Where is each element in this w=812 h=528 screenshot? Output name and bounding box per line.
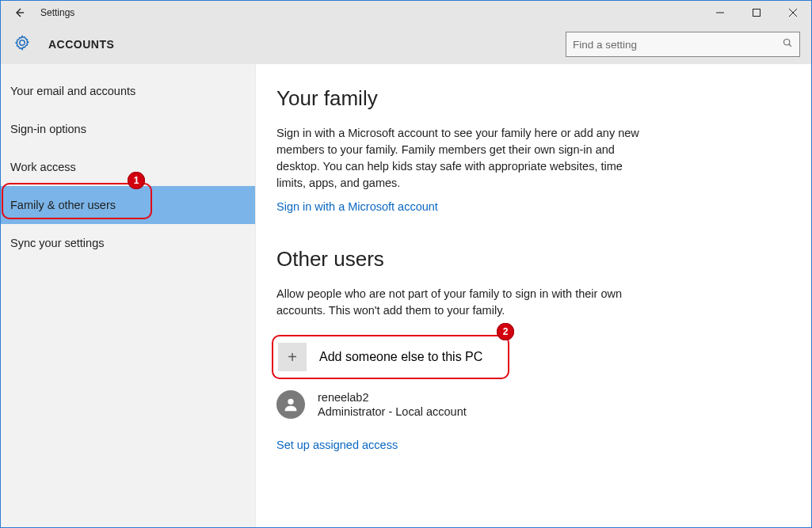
avatar xyxy=(276,390,305,419)
person-icon xyxy=(282,396,299,413)
svg-rect-0 xyxy=(753,9,761,17)
sidebar-item-signin-options[interactable]: Sign-in options xyxy=(1,110,255,148)
sidebar-item-label: Sign-in options xyxy=(10,123,86,135)
svg-point-2 xyxy=(288,399,293,405)
back-button[interactable] xyxy=(1,1,37,25)
add-someone-label: Add someone else to this PC xyxy=(319,350,482,364)
search-icon xyxy=(782,37,793,51)
user-role: Administrator - Local account xyxy=(318,405,467,419)
titlebar: Settings xyxy=(1,1,811,25)
headerbar: ACCOUNTS xyxy=(1,25,811,64)
maximize-button[interactable] xyxy=(738,1,775,25)
gear-icon xyxy=(13,34,31,55)
family-paragraph: Sign in with a Microsoft account to see … xyxy=(276,125,647,192)
sidebar: Your email and accounts Sign-in options … xyxy=(1,64,256,527)
sidebar-item-label: Your email and accounts xyxy=(10,85,135,97)
add-someone-row[interactable]: + Add someone else to this PC xyxy=(276,338,508,376)
signin-ms-account-link[interactable]: Sign in with a Microsoft account xyxy=(276,200,438,213)
minimize-icon xyxy=(716,9,724,17)
search-input[interactable] xyxy=(573,39,782,51)
sidebar-item-email-accounts[interactable]: Your email and accounts xyxy=(1,72,255,110)
search-box[interactable] xyxy=(566,32,800,57)
user-row[interactable]: reneelab2 Administrator - Local account xyxy=(276,390,791,419)
plus-icon: + xyxy=(278,343,307,371)
other-users-paragraph: Allow people who are not part of your fa… xyxy=(276,286,647,319)
family-heading: Your family xyxy=(276,86,791,111)
content: Your family Sign in with a Microsoft acc… xyxy=(256,64,811,527)
assigned-access-link[interactable]: Set up assigned access xyxy=(276,439,398,451)
sidebar-item-label: Work access xyxy=(10,161,76,173)
minimize-button[interactable] xyxy=(702,1,738,25)
window-title: Settings xyxy=(40,7,74,18)
close-button[interactable] xyxy=(775,1,811,25)
sidebar-item-label: Sync your settings xyxy=(10,237,104,249)
maximize-icon xyxy=(753,9,761,17)
other-users-heading: Other users xyxy=(276,247,791,272)
body: Your email and accounts Sign-in options … xyxy=(1,64,811,527)
section-title: ACCOUNTS xyxy=(48,38,114,51)
svg-point-1 xyxy=(783,39,789,44)
close-icon xyxy=(789,9,797,17)
sidebar-item-work-access[interactable]: Work access xyxy=(1,148,255,186)
user-name: reneelab2 xyxy=(318,390,467,405)
arrow-left-icon xyxy=(13,6,25,19)
sidebar-item-sync-settings[interactable]: Sync your settings xyxy=(1,224,255,262)
settings-window: Settings ACCOUNTS xyxy=(0,0,812,528)
sidebar-item-label: Family & other users xyxy=(10,199,116,211)
sidebar-item-family-other-users[interactable]: Family & other users xyxy=(1,186,255,224)
user-text: reneelab2 Administrator - Local account xyxy=(318,390,467,419)
